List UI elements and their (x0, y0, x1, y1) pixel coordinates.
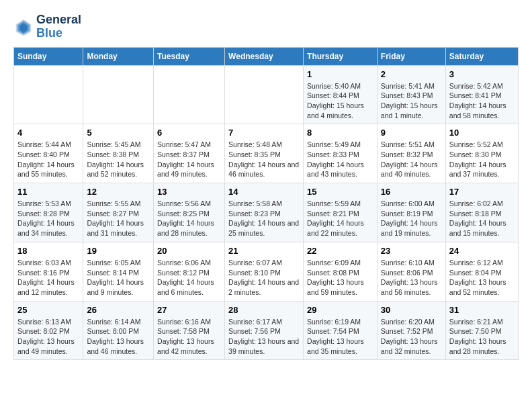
day-detail: Sunrise: 5:52 AMSunset: 8:30 PMDaylight:… (449, 140, 515, 179)
day-number: 4 (17, 128, 79, 138)
day-number: 23 (381, 246, 442, 256)
day-number: 31 (449, 305, 515, 315)
day-detail: Sunrise: 6:09 AMSunset: 8:08 PMDaylight:… (307, 258, 373, 298)
day-cell: 1Sunrise: 5:40 AMSunset: 8:44 PMDaylight… (304, 65, 378, 124)
day-number: 25 (17, 305, 79, 315)
day-detail: Sunrise: 5:42 AMSunset: 8:41 PMDaylight:… (449, 81, 515, 121)
day-header-saturday: Saturday (445, 47, 518, 65)
logo-text: General Blue (36, 13, 81, 40)
day-cell: 10Sunrise: 5:52 AMSunset: 8:30 PMDayligh… (445, 124, 518, 183)
logo: General Blue (13, 13, 81, 40)
calendar-table: SundayMondayTuesdayWednesdayThursdayFrid… (13, 47, 519, 361)
day-cell: 23Sunrise: 6:10 AMSunset: 8:06 PMDayligh… (377, 242, 445, 301)
logo-icon (13, 17, 34, 37)
day-detail: Sunrise: 5:59 AMSunset: 8:21 PMDaylight:… (307, 199, 373, 238)
day-detail: Sunrise: 6:10 AMSunset: 8:06 PMDaylight:… (381, 258, 442, 298)
day-cell: 3Sunrise: 5:42 AMSunset: 8:41 PMDaylight… (445, 65, 518, 124)
day-detail: Sunrise: 6:16 AMSunset: 7:58 PMDaylight:… (157, 317, 221, 357)
day-number: 21 (228, 246, 300, 256)
day-number: 29 (307, 305, 373, 315)
day-cell: 21Sunrise: 6:07 AMSunset: 8:10 PMDayligh… (225, 242, 304, 301)
day-number: 17 (449, 187, 515, 197)
day-cell: 24Sunrise: 6:12 AMSunset: 8:04 PMDayligh… (445, 242, 518, 301)
day-cell: 29Sunrise: 6:19 AMSunset: 7:54 PMDayligh… (304, 301, 378, 360)
day-cell: 28Sunrise: 6:17 AMSunset: 7:56 PMDayligh… (225, 301, 304, 360)
day-cell: 22Sunrise: 6:09 AMSunset: 8:08 PMDayligh… (304, 242, 378, 301)
day-detail: Sunrise: 5:47 AMSunset: 8:37 PMDaylight:… (157, 140, 221, 179)
day-cell: 4Sunrise: 5:44 AMSunset: 8:40 PMDaylight… (14, 124, 83, 183)
day-number: 30 (381, 305, 442, 315)
day-detail: Sunrise: 6:12 AMSunset: 8:04 PMDaylight:… (449, 258, 515, 298)
day-cell: 6Sunrise: 5:47 AMSunset: 8:37 PMDaylight… (154, 124, 225, 183)
day-cell: 14Sunrise: 5:58 AMSunset: 8:23 PMDayligh… (225, 183, 304, 242)
day-detail: Sunrise: 6:03 AMSunset: 8:16 PMDaylight:… (17, 258, 79, 298)
day-detail: Sunrise: 5:49 AMSunset: 8:33 PMDaylight:… (307, 140, 373, 179)
day-cell: 18Sunrise: 6:03 AMSunset: 8:16 PMDayligh… (14, 242, 83, 301)
day-header-thursday: Thursday (304, 47, 378, 65)
day-cell (225, 65, 304, 124)
day-cell: 16Sunrise: 6:00 AMSunset: 8:19 PMDayligh… (377, 183, 445, 242)
day-cell: 17Sunrise: 6:02 AMSunset: 8:18 PMDayligh… (445, 183, 518, 242)
day-detail: Sunrise: 6:05 AMSunset: 8:14 PMDaylight:… (87, 258, 150, 298)
day-number: 12 (87, 187, 150, 197)
day-detail: Sunrise: 5:41 AMSunset: 8:43 PMDaylight:… (381, 81, 442, 121)
day-cell: 31Sunrise: 6:21 AMSunset: 7:50 PMDayligh… (445, 301, 518, 360)
day-header-friday: Friday (377, 47, 445, 65)
day-detail: Sunrise: 6:13 AMSunset: 8:02 PMDaylight:… (17, 317, 79, 357)
day-detail: Sunrise: 6:17 AMSunset: 7:56 PMDaylight:… (228, 317, 300, 357)
day-number: 19 (87, 246, 150, 256)
day-cell (83, 65, 154, 124)
page-header: General Blue (13, 13, 519, 40)
day-header-monday: Monday (83, 47, 154, 65)
day-header-sunday: Sunday (14, 47, 83, 65)
day-number: 9 (381, 128, 442, 138)
day-detail: Sunrise: 5:48 AMSunset: 8:35 PMDaylight:… (228, 140, 300, 179)
day-number: 18 (17, 246, 79, 256)
day-cell: 12Sunrise: 5:55 AMSunset: 8:27 PMDayligh… (83, 183, 154, 242)
day-number: 15 (307, 187, 373, 197)
week-row-4: 18Sunrise: 6:03 AMSunset: 8:16 PMDayligh… (14, 242, 519, 301)
day-cell: 27Sunrise: 6:16 AMSunset: 7:58 PMDayligh… (154, 301, 225, 360)
day-number: 6 (157, 128, 221, 138)
day-header-tuesday: Tuesday (154, 47, 225, 65)
day-detail: Sunrise: 6:00 AMSunset: 8:19 PMDaylight:… (381, 199, 442, 238)
day-number: 16 (381, 187, 442, 197)
day-cell: 2Sunrise: 5:41 AMSunset: 8:43 PMDaylight… (377, 65, 445, 124)
day-number: 1 (307, 69, 373, 79)
day-number: 14 (228, 187, 300, 197)
week-row-5: 25Sunrise: 6:13 AMSunset: 8:02 PMDayligh… (14, 301, 519, 360)
week-row-1: 1Sunrise: 5:40 AMSunset: 8:44 PMDaylight… (14, 65, 519, 124)
day-number: 26 (87, 305, 150, 315)
day-detail: Sunrise: 5:56 AMSunset: 8:25 PMDaylight:… (157, 199, 221, 238)
day-cell: 8Sunrise: 5:49 AMSunset: 8:33 PMDaylight… (304, 124, 378, 183)
day-cell: 15Sunrise: 5:59 AMSunset: 8:21 PMDayligh… (304, 183, 378, 242)
day-number: 3 (449, 69, 515, 79)
day-number: 10 (449, 128, 515, 138)
day-cell: 13Sunrise: 5:56 AMSunset: 8:25 PMDayligh… (154, 183, 225, 242)
day-number: 13 (157, 187, 221, 197)
day-number: 8 (307, 128, 373, 138)
day-detail: Sunrise: 5:53 AMSunset: 8:28 PMDaylight:… (17, 199, 79, 238)
day-detail: Sunrise: 5:45 AMSunset: 8:38 PMDaylight:… (87, 140, 150, 179)
day-number: 20 (157, 246, 221, 256)
day-cell (154, 65, 225, 124)
day-header-wednesday: Wednesday (225, 47, 304, 65)
day-cell: 20Sunrise: 6:06 AMSunset: 8:12 PMDayligh… (154, 242, 225, 301)
day-number: 5 (87, 128, 150, 138)
day-detail: Sunrise: 5:44 AMSunset: 8:40 PMDaylight:… (17, 140, 79, 179)
day-cell: 11Sunrise: 5:53 AMSunset: 8:28 PMDayligh… (14, 183, 83, 242)
day-cell (14, 65, 83, 124)
day-cell: 25Sunrise: 6:13 AMSunset: 8:02 PMDayligh… (14, 301, 83, 360)
day-cell: 30Sunrise: 6:20 AMSunset: 7:52 PMDayligh… (377, 301, 445, 360)
week-row-2: 4Sunrise: 5:44 AMSunset: 8:40 PMDaylight… (14, 124, 519, 183)
day-detail: Sunrise: 5:58 AMSunset: 8:23 PMDaylight:… (228, 199, 300, 238)
day-detail: Sunrise: 6:07 AMSunset: 8:10 PMDaylight:… (228, 258, 300, 298)
day-number: 24 (449, 246, 515, 256)
day-number: 2 (381, 69, 442, 79)
day-detail: Sunrise: 6:19 AMSunset: 7:54 PMDaylight:… (307, 317, 373, 357)
day-detail: Sunrise: 6:21 AMSunset: 7:50 PMDaylight:… (449, 317, 515, 357)
day-detail: Sunrise: 5:40 AMSunset: 8:44 PMDaylight:… (307, 81, 373, 121)
day-detail: Sunrise: 6:20 AMSunset: 7:52 PMDaylight:… (381, 317, 442, 357)
day-number: 28 (228, 305, 300, 315)
day-detail: Sunrise: 5:55 AMSunset: 8:27 PMDaylight:… (87, 199, 150, 238)
